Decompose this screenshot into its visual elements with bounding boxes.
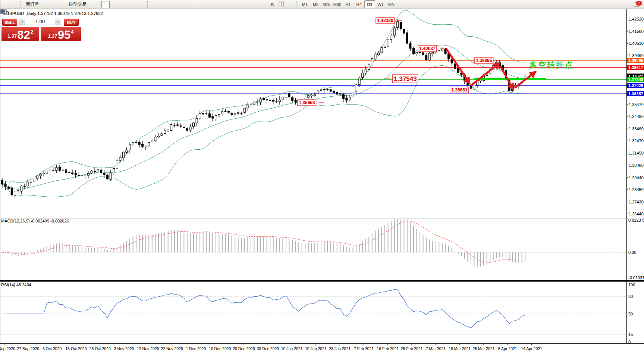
price-annotation-1.35658[interactable]: 1.35658 xyxy=(297,100,316,106)
toolbar-separator xyxy=(220,1,222,8)
volume-decrease-button[interactable]: ▼ xyxy=(19,18,25,25)
sell-price-pip: 2 xyxy=(31,29,33,35)
cursor-tool-icon[interactable] xyxy=(201,1,209,8)
buy-price-display[interactable]: 1.37 95 4 xyxy=(41,27,81,41)
line-chart-type-icon[interactable] xyxy=(110,1,119,8)
trendline-tool-icon[interactable] xyxy=(241,1,249,8)
shapes-tool-icon[interactable] xyxy=(286,1,294,8)
new-order-button[interactable]: 新订单 xyxy=(24,1,40,8)
toolbar: 新订单 自动交易 E F A T M1M5M15M30 xyxy=(0,0,644,9)
strategy-tester-icon[interactable] xyxy=(10,1,19,8)
timeframe-button-m15[interactable]: M15 xyxy=(321,0,332,8)
signals-icon[interactable] xyxy=(58,1,66,8)
price-annotation-1.42380[interactable]: 1.42380 xyxy=(376,18,395,24)
volume-stepper[interactable]: ▼ 1.00 ▲ xyxy=(19,18,61,25)
market-watch-icon[interactable] xyxy=(1,1,10,8)
periods-icon[interactable] xyxy=(178,1,186,8)
channel-tool-icon[interactable]: E xyxy=(250,1,258,8)
templates-icon[interactable] xyxy=(187,1,195,8)
sell-button[interactable]: SELL xyxy=(2,19,17,26)
timeframe-button-w1[interactable]: W1 xyxy=(375,0,386,8)
autotrading-label: 自动交易 xyxy=(69,1,87,7)
price-annotation-1.39095[interactable]: 1.39095 xyxy=(474,57,493,64)
buy-price-small: 1.37 xyxy=(48,33,57,39)
volume-increase-button[interactable]: ▲ xyxy=(55,18,61,25)
community-icon[interactable] xyxy=(49,1,57,8)
rsi-indicator xyxy=(0,289,626,334)
auto-scroll-icon[interactable] xyxy=(151,1,159,8)
candlestick-chart-type-icon[interactable] xyxy=(101,1,110,8)
new-order-label: 新订单 xyxy=(26,1,39,7)
buy-button[interactable]: BUY xyxy=(64,19,79,26)
horizontal-line-tool-icon[interactable] xyxy=(232,1,241,8)
timeframe-button-h4[interactable]: H4 xyxy=(354,0,364,8)
bollinger-lower xyxy=(2,65,525,197)
timeframe-button-d1[interactable]: D1 xyxy=(364,0,375,8)
chart-note-text[interactable]: 多空转折点 xyxy=(529,60,574,70)
macd-indicator xyxy=(0,219,626,267)
trend-arrow-0[interactable] xyxy=(446,49,469,82)
timeframe-button-mn[interactable]: MN xyxy=(386,0,397,8)
text-tool-icon[interactable]: A xyxy=(268,1,276,8)
toolbar-separator xyxy=(296,1,298,8)
toolbar-separator xyxy=(89,1,91,8)
timeframe-button-m30[interactable]: M30 xyxy=(332,0,343,8)
notification-count-badge: 1 xyxy=(636,1,642,6)
toolbar-separator xyxy=(147,1,149,8)
toolbar-separator xyxy=(21,1,22,8)
search-icon[interactable] xyxy=(625,1,634,8)
indicators-icon[interactable] xyxy=(169,1,177,8)
notifications-icon[interactable]: 1 xyxy=(634,1,641,8)
metaeditor-icon[interactable] xyxy=(40,1,48,8)
buy-price-big: 95 xyxy=(58,30,70,40)
sell-price-small: 1.37 xyxy=(7,33,17,39)
zoom-in-icon[interactable] xyxy=(119,1,128,8)
fibonacci-tool-icon[interactable]: F xyxy=(259,1,267,8)
timeframe-button-h1[interactable]: H1 xyxy=(343,0,354,8)
rsi-line xyxy=(6,289,525,328)
bar-chart-type-icon[interactable] xyxy=(92,1,101,8)
price-annotation-1.36661[interactable]: 1.36661 xyxy=(450,87,469,93)
price-annotation-1.37543[interactable]: 1.37543 xyxy=(392,75,418,83)
volume-value[interactable]: 1.00 xyxy=(25,18,55,25)
timeframe-button-m1[interactable]: M1 xyxy=(299,0,310,8)
toolbar-separator xyxy=(197,1,199,8)
autotrading-button[interactable]: 自动交易 xyxy=(67,1,87,8)
trading-platform-window: 新订单 自动交易 E F A T M1M5M15M30 xyxy=(0,0,644,352)
crosshair-tool-icon[interactable] xyxy=(210,1,218,8)
price-annotation-1.40037[interactable]: 1.40037 xyxy=(418,46,437,52)
label-tool-icon[interactable]: T xyxy=(277,1,285,8)
buy-price-pip: 4 xyxy=(71,29,73,35)
zoom-out-icon[interactable] xyxy=(128,1,136,8)
timeframe-button-m5[interactable]: M5 xyxy=(310,0,321,8)
timeframe-toolbar: M1M5M15M30H1H4D1W1MN xyxy=(299,0,397,8)
sell-price-big: 82 xyxy=(17,30,30,40)
sell-price-display[interactable]: 1.37 82 2 xyxy=(1,27,39,41)
vertical-line-tool-icon[interactable] xyxy=(223,1,232,8)
tile-windows-icon[interactable] xyxy=(137,1,145,8)
chart-shift-icon[interactable] xyxy=(160,1,168,8)
